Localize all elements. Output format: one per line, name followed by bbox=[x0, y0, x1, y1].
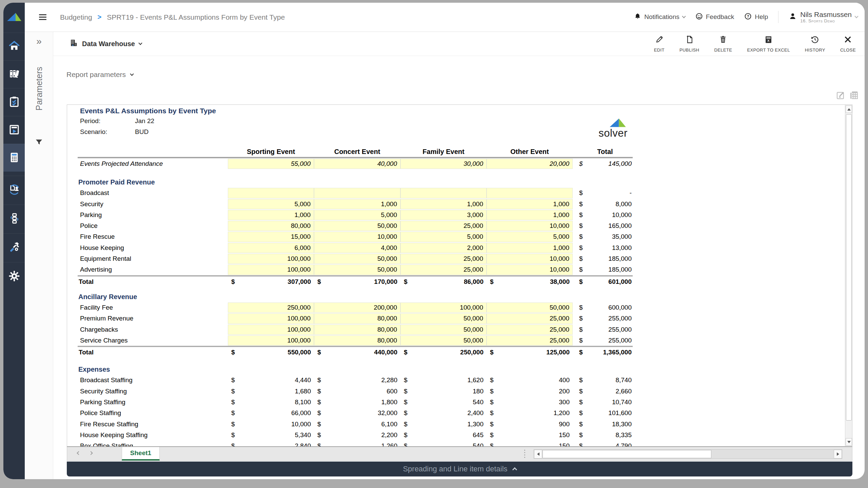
data-source-dropdown[interactable]: Data Warehouse bbox=[70, 39, 142, 49]
breadcrumb-root[interactable]: Budgeting bbox=[60, 13, 92, 21]
input-cell[interactable]: 3,000 bbox=[400, 210, 487, 220]
edit-button[interactable]: EDIT bbox=[654, 35, 665, 53]
help-button[interactable]: ? Help bbox=[744, 13, 768, 22]
sidebar-item-workflow[interactable] bbox=[3, 176, 25, 204]
scroll-down-button[interactable] bbox=[846, 438, 852, 446]
scroll-left-button[interactable] bbox=[534, 450, 542, 458]
input-cell[interactable]: 25,000 bbox=[400, 221, 487, 231]
input-cell[interactable]: 20,000 bbox=[487, 159, 573, 169]
splitter-handle[interactable] bbox=[524, 450, 525, 458]
input-cell[interactable]: 50,000 bbox=[400, 335, 487, 346]
input-cell[interactable]: 1,000 bbox=[487, 210, 573, 220]
input-cell[interactable]: 80,000 bbox=[314, 335, 400, 346]
scroll-up-button[interactable] bbox=[846, 105, 852, 113]
notifications-button[interactable]: Notifications bbox=[634, 13, 685, 22]
input-cell[interactable]: 1,000 bbox=[487, 243, 573, 253]
input-cell[interactable]: 25,000 bbox=[487, 335, 573, 346]
tab-sheet1[interactable]: Sheet1 bbox=[122, 447, 160, 461]
input-cell[interactable]: 200,000 bbox=[314, 302, 400, 313]
input-cell[interactable]: 50,000 bbox=[314, 221, 400, 231]
total-cell: $4,790 bbox=[578, 441, 632, 446]
scroll-right-button[interactable] bbox=[834, 450, 842, 458]
input-cell[interactable] bbox=[400, 188, 487, 198]
input-cell[interactable]: 100,000 bbox=[228, 335, 314, 346]
input-cell[interactable]: 50,000 bbox=[400, 325, 487, 335]
parameters-label[interactable]: Parameters bbox=[25, 50, 53, 128]
tab-next-icon[interactable] bbox=[89, 451, 93, 455]
input-cell[interactable]: 50,000 bbox=[487, 302, 573, 313]
report-parameters-dropdown[interactable]: Report parameters bbox=[66, 71, 133, 79]
input-cell[interactable]: 25,000 bbox=[400, 265, 487, 275]
history-button[interactable]: HISTORY bbox=[805, 35, 825, 53]
input-cell[interactable]: 10,000 bbox=[487, 221, 573, 231]
spreading-details-bar[interactable]: Spreading and Line item details bbox=[67, 462, 852, 476]
input-cell[interactable]: 80,000 bbox=[314, 313, 400, 324]
input-cell[interactable]: 10,000 bbox=[487, 254, 573, 264]
input-cell[interactable]: 1,000 bbox=[400, 199, 487, 209]
tab-prev-icon[interactable] bbox=[77, 451, 80, 455]
feedback-button[interactable]: Feedback bbox=[695, 13, 734, 22]
publish-button[interactable]: PUBLISH bbox=[679, 35, 699, 53]
input-cell[interactable] bbox=[487, 188, 573, 198]
input-cell[interactable]: 80,000 bbox=[314, 325, 400, 335]
sidebar-item-admin-tools[interactable] bbox=[3, 233, 25, 262]
delete-button[interactable]: DELETE bbox=[714, 35, 732, 53]
solver-logo-icon[interactable] bbox=[3, 3, 25, 32]
horizontal-scrollbar[interactable] bbox=[534, 449, 842, 459]
input-cell[interactable]: 10,000 bbox=[487, 265, 573, 275]
input-cell[interactable]: 80,000 bbox=[228, 221, 314, 231]
vertical-scrollbar[interactable] bbox=[845, 105, 852, 446]
expand-panel-icon[interactable]: » bbox=[25, 37, 53, 46]
sidebar-item-budgeting[interactable] bbox=[3, 144, 25, 172]
close-button[interactable]: CLOSE bbox=[840, 35, 856, 53]
sidebar-item-home[interactable] bbox=[3, 33, 25, 60]
sidebar-item-reports[interactable] bbox=[3, 116, 25, 144]
input-cell[interactable]: 5,000 bbox=[314, 210, 400, 220]
input-cell[interactable] bbox=[228, 188, 314, 198]
menu-hamburger-icon[interactable] bbox=[39, 13, 46, 21]
sidebar-item-tasks[interactable] bbox=[3, 88, 25, 116]
input-cell[interactable]: 6,000 bbox=[228, 243, 314, 253]
input-cell[interactable]: 25,000 bbox=[487, 325, 573, 335]
input-cell[interactable]: 5,000 bbox=[487, 232, 573, 242]
form-edit-icon[interactable] bbox=[835, 90, 846, 102]
input-cell[interactable]: 1,000 bbox=[487, 199, 573, 209]
input-cell[interactable]: 250,000 bbox=[228, 302, 314, 313]
dollar-sign: $ bbox=[231, 408, 235, 418]
input-cell[interactable]: 55,000 bbox=[228, 159, 314, 169]
input-cell[interactable]: 4,000 bbox=[314, 243, 400, 253]
filter-funnel-icon[interactable] bbox=[25, 138, 53, 147]
horizontal-scroll-thumb[interactable] bbox=[542, 450, 711, 458]
sidebar-item-settings[interactable] bbox=[3, 262, 25, 291]
total-value: 185,000 bbox=[608, 264, 632, 275]
section-total-row: Total$550,000$440,000$250,000$125,000$1,… bbox=[67, 347, 845, 358]
input-cell[interactable] bbox=[314, 188, 400, 198]
dollar-sign: $ bbox=[579, 324, 583, 335]
input-cell[interactable]: 15,000 bbox=[228, 232, 314, 242]
input-cell[interactable]: 40,000 bbox=[314, 159, 400, 169]
input-cell[interactable]: 100,000 bbox=[228, 325, 314, 335]
vertical-scroll-thumb[interactable] bbox=[846, 114, 852, 421]
input-cell[interactable]: 100,000 bbox=[228, 313, 314, 324]
sidebar-item-processes[interactable] bbox=[3, 204, 25, 233]
input-cell[interactable]: 50,000 bbox=[314, 254, 400, 264]
input-cell[interactable]: 1,000 bbox=[314, 199, 400, 209]
input-cell[interactable]: 100,000 bbox=[400, 302, 487, 313]
input-cell[interactable]: 50,000 bbox=[400, 313, 487, 324]
input-cell[interactable]: 50,000 bbox=[314, 265, 400, 275]
sidebar-item-library[interactable] bbox=[3, 60, 25, 88]
input-cell[interactable]: 100,000 bbox=[228, 254, 314, 264]
chevron-down-icon bbox=[130, 72, 134, 76]
input-cell[interactable]: 100,000 bbox=[228, 265, 314, 275]
input-cell[interactable]: 5,000 bbox=[400, 232, 487, 242]
input-cell[interactable]: 1,000 bbox=[228, 210, 314, 220]
export-excel-button[interactable]: X EXPORT TO EXCEL bbox=[747, 35, 790, 53]
user-menu[interactable]: Nils Rasmussen 16. Sports Demo bbox=[789, 11, 858, 24]
input-cell[interactable]: 25,000 bbox=[400, 254, 487, 264]
input-cell[interactable]: 25,000 bbox=[487, 313, 573, 324]
input-cell[interactable]: 10,000 bbox=[314, 232, 400, 242]
input-cell[interactable]: 5,000 bbox=[228, 199, 314, 209]
grid-view-icon[interactable] bbox=[849, 90, 859, 102]
input-cell[interactable]: 2,000 bbox=[400, 243, 487, 253]
input-cell[interactable]: 30,000 bbox=[400, 159, 487, 169]
